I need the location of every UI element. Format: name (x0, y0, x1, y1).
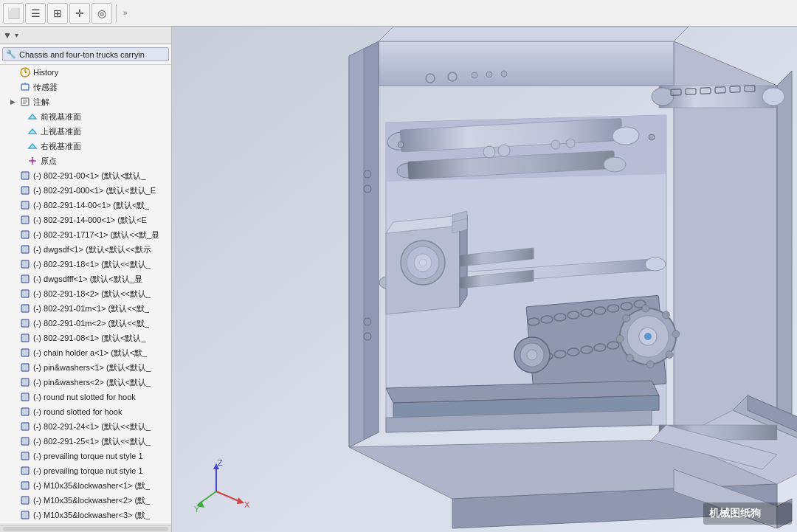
svg-point-103 (419, 259, 427, 266)
tree-item[interactable]: (-) prevailing torque nut style 1 (0, 449, 171, 463)
filter-icon: ▼ (3, 30, 12, 41)
tree-item-label: (-) 802-291-14-000<1> (默认<E (33, 215, 147, 226)
tree-item-icon (19, 288, 31, 300)
cad-model-view: Z X Y 机械图纸狗 (172, 27, 797, 532)
tree-item[interactable]: (-) prevailing torque nut style 1 (0, 463, 171, 478)
tree-item-icon (27, 125, 38, 137)
tree-item-icon (19, 332, 31, 344)
tree-item-label: 前视基准面 (41, 111, 81, 122)
tree-item[interactable]: 上视基准面 (0, 124, 171, 139)
tree-item[interactable]: (-) 802-291-08<1> (默认<默认_ (0, 331, 171, 345)
tree-item[interactable]: (-) 802-291-00<1> (默认<默认_ (0, 168, 171, 183)
tree-item-label: (-) 802-291-18<1> (默认<<默认_ (33, 259, 151, 270)
svg-rect-35 (21, 467, 29, 474)
tree-item[interactable]: History (0, 65, 171, 80)
tree-list[interactable]: History传感器▶注解前视基准面上视基准面右视基准面原点(-) 802-29… (0, 65, 171, 525)
tree-item-label: History (33, 68, 58, 77)
svg-rect-19 (21, 231, 29, 238)
tree-item-label: (-) 802-291-00<1> (默认<默认_ (33, 170, 146, 182)
svg-point-111 (448, 72, 457, 81)
tree-item-icon (19, 81, 31, 93)
tree-item-label: 右视基准面 (41, 141, 81, 152)
drawing-icon: ⊞ (53, 7, 62, 19)
tree-item[interactable]: (-) 802-291-18<1> (默认<<默认_ (0, 257, 171, 272)
tree-item-label: (-) 802-291-01m<2> (默认<<默_ (33, 318, 149, 329)
tree-item[interactable]: (-) 802-291-14-000<1> (默认<E (0, 213, 171, 227)
filter-dropdown[interactable]: ▾ (15, 31, 18, 39)
tree-item[interactable]: (-) 802-291-000<1> (默认<默认_E (0, 183, 171, 198)
svg-point-113 (486, 72, 492, 77)
tree-item-icon (19, 509, 31, 521)
crosshair-button[interactable]: ✛ (69, 3, 90, 24)
tree-item-icon (19, 362, 31, 373)
tree-item[interactable]: 右视基准面 (0, 139, 171, 153)
horizontal-scrollbar[interactable] (0, 525, 171, 532)
tree-item[interactable]: (-) round nut slotted for hook (0, 390, 171, 404)
svg-rect-27 (21, 349, 29, 356)
tree-item[interactable]: 原点 (0, 153, 171, 168)
tree-item-icon (19, 199, 31, 211)
svg-marker-10 (29, 129, 36, 134)
tree-item[interactable]: 传感器 (0, 80, 171, 94)
tree-item[interactable]: (-) pin&washers<2> (默认<默认_ (0, 375, 171, 390)
svg-rect-25 (21, 319, 29, 327)
tree-item-label: (-) 802-291-24<1> (默认<<默认_ (33, 421, 151, 432)
tree-item[interactable]: (-) chain holder a<1> (默认<默_ (0, 345, 171, 360)
tree-item-label: 原点 (41, 156, 57, 167)
svg-point-60 (604, 157, 626, 172)
svg-rect-36 (21, 482, 29, 489)
tree-item-label: (-) 802-291-14-00<1> (默认<默_ (33, 200, 149, 211)
tree-item-label: (-) dwgsdf<1> (默认<默认<<默示 (33, 244, 151, 255)
tree-item-icon (19, 435, 31, 447)
tree-item[interactable]: (-) 802-291-1717<1> (默认<<默_显 (0, 227, 171, 242)
svg-rect-29 (21, 379, 29, 386)
svg-rect-16 (21, 187, 29, 194)
svg-point-96 (645, 258, 666, 271)
tree-item-label: (-) 802-291-08<1> (默认<默认_ (33, 333, 146, 344)
tree-item-icon (19, 480, 31, 491)
assembly-icon: ☰ (31, 7, 41, 19)
tree-item[interactable]: (-) M10x35&lockwasher<1> (默_ (0, 478, 171, 493)
svg-rect-33 (21, 438, 29, 445)
tree-item[interactable]: (-) 802-291-18<2> (默认<<默认_ (0, 286, 171, 301)
tree-item[interactable]: (-) dwgsdf<1> (默认<默认<<默示 (0, 242, 171, 257)
tree-item-icon (19, 170, 31, 182)
tree-item[interactable]: (-) M10x35&lockwasher<3> (默_ (0, 508, 171, 522)
tree-item[interactable]: (-) 802-291-01m<2> (默认<<默_ (0, 316, 171, 331)
svg-point-129 (566, 139, 575, 148)
tree-item[interactable]: 前视基准面 (0, 109, 171, 124)
tree-item-icon (19, 258, 31, 270)
tree-item-label: (-) M10x35&lockwasher<1> (默_ (33, 480, 150, 491)
tree-item-icon (19, 214, 31, 226)
tree-item[interactable]: (-) round slotted for hook (0, 404, 171, 419)
tree-toggle[interactable]: ▶ (10, 98, 19, 106)
tree-item[interactable]: (-) 802-291-25<1> (默认<<默认_ (0, 434, 171, 449)
toolbar-more-button[interactable]: » (120, 7, 131, 18)
tree-item[interactable]: (-) pin&washers<1> (默认<默认_ (0, 360, 171, 375)
assembly-button[interactable]: ☰ (25, 3, 46, 24)
tree-item[interactable]: (-) 802-291-24<1> (默认<<默认_ (0, 419, 171, 434)
svg-rect-37 (21, 497, 29, 504)
svg-point-126 (483, 146, 495, 158)
tree-item-label: 传感器 (33, 82, 58, 93)
tree-item[interactable]: ▶注解 (0, 94, 171, 109)
tree-root: 🔧 Chassis and four-ton trucks carryin (0, 44, 171, 65)
tree-item-icon (19, 450, 31, 462)
drawing-button[interactable]: ⊞ (47, 3, 68, 24)
tree-item[interactable]: (-) dwgsdfff<1> (默认<默认_显 (0, 272, 171, 286)
model-button[interactable]: ⬜ (3, 3, 24, 24)
tree-item-icon (19, 229, 31, 241)
svg-text:X: X (244, 500, 250, 509)
svg-point-114 (501, 71, 507, 77)
tree-item-label: (-) dwgsdfff<1> (默认<默认_显 (33, 274, 142, 285)
main-toolbar: ⬜ ☰ ⊞ ✛ ◎ » (0, 0, 797, 27)
tree-root-item[interactable]: 🔧 Chassis and four-ton trucks carryin (2, 47, 169, 61)
tree-item[interactable]: (-) 802-291-01m<1> (默认<<默_ (0, 301, 171, 316)
svg-point-132 (649, 134, 655, 140)
feature-tree-panel: ▼ ▾ 🔧 Chassis and four-ton trucks carryi… (0, 27, 172, 532)
tree-item[interactable]: (-) 802-291-14-00<1> (默认<默_ (0, 198, 171, 213)
tree-item[interactable]: (-) M10x35&lockwasher<2> (默_ (0, 493, 171, 508)
crosshair-icon: ✛ (75, 7, 84, 19)
cad-viewport[interactable]: ⊡ ⊞ ▤ ⊟ ⊠ (172, 27, 797, 532)
globe-button[interactable]: ◎ (92, 3, 112, 24)
